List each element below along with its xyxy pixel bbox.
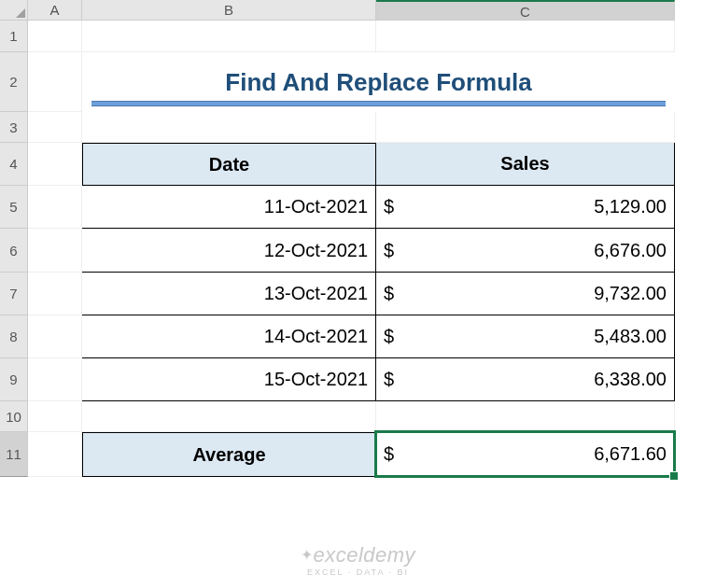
fill-handle[interactable] — [669, 471, 679, 481]
cell-A6[interactable] — [28, 229, 82, 273]
watermark-tag: EXCEL · DATA · BI — [301, 567, 415, 577]
cell-date-4[interactable]: 15-Oct-2021 — [81, 357, 376, 401]
cell-sales-4[interactable]: $ 6,338.00 — [375, 357, 675, 401]
cell-date-3[interactable]: 14-Oct-2021 — [81, 315, 376, 358]
page-title: Find And Replace Formula — [225, 68, 531, 97]
row-head-10[interactable]: 10 — [0, 401, 28, 432]
cell-A3[interactable] — [28, 112, 82, 143]
cell-date-0[interactable]: 11-Oct-2021 — [81, 185, 376, 229]
average-value-cell[interactable]: $ 6,671.60 — [375, 431, 675, 477]
row-head-7[interactable]: 7 — [0, 273, 28, 315]
col-head-C[interactable]: C — [376, 0, 675, 21]
row-head-1[interactable]: 1 — [0, 21, 28, 52]
currency-value: 5,483.00 — [594, 326, 667, 347]
cell-B1[interactable] — [82, 21, 376, 52]
select-all-corner[interactable] — [0, 0, 28, 21]
currency-value: 9,732.00 — [594, 283, 667, 304]
row-head-4[interactable]: 4 — [0, 143, 28, 186]
cell-date-2[interactable]: 13-Oct-2021 — [81, 272, 376, 315]
currency-symbol: $ — [384, 326, 394, 347]
currency-value: 6,676.00 — [594, 240, 667, 261]
col-head-B[interactable]: B — [82, 0, 376, 21]
cell-C3[interactable] — [376, 112, 675, 143]
row-head-6[interactable]: 6 — [0, 229, 28, 273]
cell-sales-1[interactable]: $ 6,676.00 — [375, 228, 675, 273]
currency-value: 6,671.60 — [594, 443, 667, 465]
cell-A1[interactable] — [28, 21, 82, 52]
cell-sales-3[interactable]: $ 5,483.00 — [375, 315, 675, 358]
cell-A9[interactable] — [28, 358, 82, 401]
row-head-8[interactable]: 8 — [0, 315, 28, 358]
title-cell[interactable]: Find And Replace Formula — [82, 52, 675, 112]
cell-A11[interactable] — [28, 432, 82, 477]
header-sales[interactable]: Sales — [375, 142, 675, 186]
currency-value: 6,338.00 — [594, 369, 667, 390]
cell-C10[interactable] — [376, 401, 675, 432]
currency-symbol: $ — [384, 196, 394, 217]
watermark: ✦exceldemy EXCEL · DATA · BI — [301, 543, 415, 577]
cell-B10[interactable] — [82, 401, 376, 432]
col-head-A[interactable]: A — [28, 0, 82, 21]
cell-date-1[interactable]: 12-Oct-2021 — [81, 228, 376, 273]
title-underline — [91, 101, 666, 106]
row-head-3[interactable]: 3 — [0, 112, 28, 143]
cell-A7[interactable] — [28, 273, 82, 315]
cell-C1[interactable] — [376, 21, 675, 52]
average-label[interactable]: Average — [82, 432, 376, 477]
header-date[interactable]: Date — [82, 143, 376, 186]
currency-symbol: $ — [384, 443, 394, 465]
currency-symbol: $ — [384, 369, 394, 390]
cell-A10[interactable] — [28, 401, 82, 432]
currency-symbol: $ — [384, 283, 394, 304]
spreadsheet-grid: A B C 1 2 Find And Replace Formula 3 4 D… — [0, 0, 716, 477]
cell-sales-0[interactable]: $ 5,129.00 — [375, 185, 675, 229]
cell-B3[interactable] — [82, 112, 376, 143]
row-head-11[interactable]: 11 — [0, 432, 28, 477]
currency-value: 5,129.00 — [594, 196, 667, 217]
cell-A2[interactable] — [28, 52, 82, 112]
watermark-brand: exceldemy — [313, 543, 415, 567]
currency-symbol: $ — [384, 240, 394, 261]
row-head-9[interactable]: 9 — [0, 358, 28, 401]
row-head-5[interactable]: 5 — [0, 186, 28, 229]
row-head-2[interactable]: 2 — [0, 52, 28, 112]
cell-A5[interactable] — [28, 186, 82, 229]
cell-sales-2[interactable]: $ 9,732.00 — [375, 272, 675, 315]
cell-A4[interactable] — [28, 143, 82, 186]
cell-A8[interactable] — [28, 315, 82, 358]
